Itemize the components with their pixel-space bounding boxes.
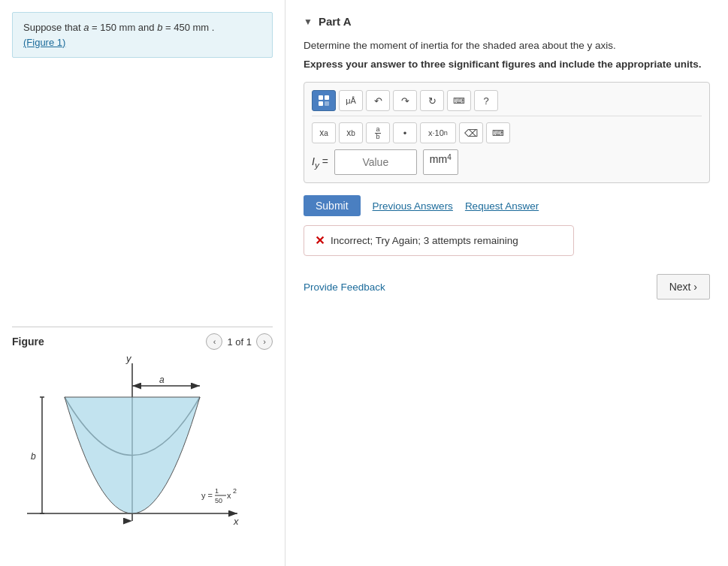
toolbar-help-button[interactable]: ? bbox=[474, 90, 498, 111]
math-toolbar-box: μÅ ↶ ↷ ↻ ⌨ ? xa xb a b • x·10n ⌫ ⌨ bbox=[304, 82, 710, 183]
svg-rect-23 bbox=[325, 101, 329, 106]
bottom-row: Provide Feedback Next › bbox=[304, 274, 710, 300]
svg-rect-22 bbox=[319, 101, 323, 106]
right-panel: ▼ Part A Determine the moment of inertia… bbox=[285, 0, 728, 566]
figure-nav: ‹ 1 of 1 › bbox=[206, 333, 273, 350]
problem-text: Suppose that a = 150 mm and b = 450 mm .… bbox=[23, 22, 214, 48]
problem-statement: Suppose that a = 150 mm and b = 450 mm .… bbox=[12, 12, 273, 58]
incorrect-icon: ✕ bbox=[315, 233, 325, 248]
unit-text: mm bbox=[430, 153, 447, 165]
next-button[interactable]: Next › bbox=[657, 274, 710, 300]
request-answer-button[interactable]: Request Answer bbox=[465, 200, 539, 212]
toolbar-matrix-button[interactable] bbox=[312, 90, 336, 111]
part-label: Part A bbox=[319, 15, 352, 28]
figure-link[interactable]: (Figure 1) bbox=[23, 37, 65, 48]
svg-text:b: b bbox=[31, 451, 36, 462]
svg-rect-20 bbox=[319, 95, 323, 100]
toolbar-reset-button[interactable]: ↻ bbox=[420, 90, 444, 111]
svg-text:2: 2 bbox=[233, 487, 237, 495]
value-input[interactable] bbox=[334, 149, 417, 175]
toolbar-mu-button[interactable]: μÅ bbox=[339, 90, 363, 111]
figure-page-info: 1 of 1 bbox=[227, 336, 252, 348]
svg-text:y: y bbox=[125, 356, 132, 364]
svg-text:x: x bbox=[227, 491, 231, 500]
figure-header: Figure ‹ 1 of 1 › bbox=[12, 327, 273, 350]
unit-box: mm4 bbox=[423, 149, 458, 175]
toolbar-row2: xa xb a b • x·10n ⌫ ⌨ bbox=[312, 122, 702, 143]
toolbar-dot-button[interactable]: • bbox=[393, 122, 417, 143]
part-header: ▼ Part A bbox=[304, 15, 710, 28]
question-line1: Determine the moment of inertia for the … bbox=[304, 40, 710, 51]
feedback-text: Incorrect; Try Again; 3 attempts remaini… bbox=[331, 235, 518, 246]
input-row: Iy = mm4 bbox=[312, 149, 702, 175]
figure-next-button[interactable]: › bbox=[256, 333, 273, 350]
feedback-box: ✕ Incorrect; Try Again; 3 attempts remai… bbox=[304, 225, 574, 256]
action-row: Submit Previous Answers Request Answer bbox=[304, 195, 710, 216]
figure-title: Figure bbox=[12, 336, 44, 348]
toolbar-subscript-button[interactable]: xb bbox=[339, 122, 363, 143]
toolbar-keyboard2-button[interactable]: ⌨ bbox=[486, 122, 510, 143]
svg-text:y =: y = bbox=[201, 491, 213, 500]
question-line2: Express your answer to three significant… bbox=[304, 59, 710, 70]
figure-prev-button[interactable]: ‹ bbox=[206, 333, 222, 350]
left-panel: Suppose that a = 150 mm and b = 450 mm .… bbox=[0, 0, 285, 566]
toolbar-superscript-button[interactable]: xa bbox=[312, 122, 336, 143]
figure-section: Figure ‹ 1 of 1 › bbox=[12, 327, 273, 551]
matrix-icon bbox=[318, 95, 330, 107]
toolbar-undo-button[interactable]: ↶ bbox=[366, 90, 390, 111]
previous-answers-button[interactable]: Previous Answers bbox=[373, 200, 453, 212]
toolbar-delete-button[interactable]: ⌫ bbox=[459, 122, 483, 143]
collapse-icon[interactable]: ▼ bbox=[304, 17, 313, 27]
svg-text:a: a bbox=[159, 375, 165, 385]
toolbar-row1: μÅ ↶ ↷ ↻ ⌨ ? bbox=[312, 90, 702, 116]
svg-text:x: x bbox=[233, 516, 239, 527]
svg-text:1: 1 bbox=[215, 487, 219, 495]
figure-diagram: y x a b y = 1 50 x 2 bbox=[12, 356, 273, 551]
unit-exp: 4 bbox=[447, 153, 452, 161]
toolbar-keyboard-button[interactable]: ⌨ bbox=[447, 90, 471, 111]
toolbar-sci-button[interactable]: x·10n bbox=[420, 122, 456, 143]
svg-text:50: 50 bbox=[215, 497, 222, 504]
submit-button[interactable]: Submit bbox=[304, 195, 361, 216]
figure-svg: y x a b y = 1 50 x 2 bbox=[12, 356, 252, 543]
svg-rect-21 bbox=[325, 95, 329, 100]
provide-feedback-button[interactable]: Provide Feedback bbox=[304, 281, 385, 293]
toolbar-redo-button[interactable]: ↷ bbox=[393, 90, 417, 111]
iy-label: Iy = bbox=[312, 155, 328, 170]
toolbar-fraction-button[interactable]: a b bbox=[366, 122, 390, 143]
